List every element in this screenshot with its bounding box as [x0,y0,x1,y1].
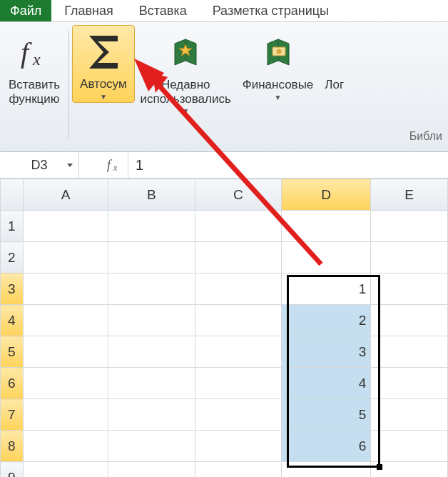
cell[interactable] [23,368,108,399]
insert-fn-label-1: Вставить [9,78,60,92]
cell[interactable] [23,242,108,273]
cell[interactable] [195,336,281,368]
dropdown-icon: ▼ [243,94,314,102]
col-header-B[interactable]: B [108,179,195,211]
cell[interactable] [23,273,108,305]
cell[interactable] [281,211,370,242]
fx-icon: f x [16,29,52,76]
logical-label: Лог [325,78,344,92]
row-header-2[interactable]: 2 [1,242,24,273]
cell[interactable] [108,462,195,478]
autosum-button[interactable]: Автосум ▼ [72,25,135,103]
row-header-7[interactable]: 7 [1,399,24,431]
recent-label-1: Недавно [141,78,231,92]
cell[interactable] [23,462,108,478]
ribbon-group-label: Библи [409,130,442,143]
cell[interactable] [371,431,448,462]
insert-function-button[interactable]: f x Вставить функцию [3,26,66,109]
cell[interactable] [195,305,281,336]
fx-icon[interactable]: f x [103,157,128,173]
cell[interactable] [195,431,281,462]
dropdown-icon: ▼ [141,107,231,116]
cell[interactable] [108,242,195,273]
tab-page-layout[interactable]: Разметка страницы [200,0,342,21]
cell[interactable] [371,211,448,242]
tab-home[interactable]: Главная [51,0,126,21]
cell[interactable] [371,273,448,305]
cell[interactable] [371,336,448,368]
cell-D8[interactable]: 6 [281,431,370,462]
cell[interactable] [108,431,195,462]
autosum-label: Автосум [80,77,127,91]
cell[interactable] [371,242,448,273]
cell[interactable] [195,399,281,431]
cell[interactable] [195,273,281,305]
book-star-icon [168,29,203,76]
cell[interactable] [23,336,108,368]
cell-D6[interactable]: 4 [281,368,370,399]
row-header-4[interactable]: 4 [1,305,24,336]
col-header-A[interactable]: A [23,179,108,211]
separator [68,31,69,139]
dropdown-icon[interactable] [66,161,74,169]
cell-D4[interactable]: 2 [281,305,370,336]
row-header-5[interactable]: 5 [1,336,24,368]
col-header-D[interactable]: D [281,179,370,211]
recently-used-button[interactable]: Недавно использовались ▼ [135,26,237,119]
name-box-value: D3 [31,158,47,173]
cell[interactable] [195,242,281,273]
ribbon: f x Вставить функцию Автосум ▼ [0,22,448,152]
row-header-8[interactable]: 8 [1,431,24,462]
formula-input[interactable]: 1 [128,152,448,178]
cell[interactable] [371,399,448,431]
col-header-C[interactable]: C [195,179,281,211]
cell-D7[interactable]: 5 [281,399,370,431]
cell[interactable] [108,305,195,336]
row-header-1[interactable]: 1 [1,211,24,242]
svg-point-4 [276,49,281,54]
svg-text:x: x [113,163,118,173]
financial-button[interactable]: Финансовые ▼ [237,26,320,104]
cell[interactable] [108,273,195,305]
col-header-E[interactable]: E [371,179,448,211]
cell[interactable] [23,399,108,431]
cell[interactable] [108,399,195,431]
cell[interactable] [281,242,370,273]
fill-handle[interactable] [377,464,382,470]
tab-insert[interactable]: Вставка [126,0,200,21]
ribbon-tabs: Файл Главная Вставка Разметка страницы [0,0,448,22]
select-all-corner[interactable] [1,179,24,211]
cell[interactable] [195,211,281,242]
svg-text:f: f [21,36,32,69]
cell[interactable] [108,211,195,242]
cell-D5[interactable]: 3 [281,336,370,368]
cell[interactable] [371,368,448,399]
name-box[interactable]: D3 [0,152,79,178]
financial-label: Финансовые [243,78,314,92]
row-header-3[interactable]: 3 [1,273,24,305]
cell[interactable] [23,211,108,242]
cell[interactable] [108,336,195,368]
dropdown-icon: ▼ [80,93,127,101]
cell[interactable] [371,305,448,336]
cell[interactable] [23,431,108,462]
sigma-icon [83,29,123,76]
cell[interactable] [108,368,195,399]
cell[interactable] [281,462,370,478]
row-header-9[interactable]: 9 [1,462,24,478]
svg-text:f: f [107,158,113,172]
formula-value: 1 [136,157,143,174]
worksheet-grid[interactable]: A B C D E 1 2 3 1 4 2 5 3 6 4 7 5 8 6 [0,179,448,477]
book-money-icon [260,29,296,76]
formula-bar-row: D3 ✕ f x 1 [0,152,448,179]
insert-fn-label-2: функцию [9,92,60,106]
tab-file[interactable]: Файл [0,0,51,21]
logical-button[interactable]: Лог [319,26,344,95]
recent-label-2: использовались [141,92,231,106]
cell[interactable] [23,305,108,336]
cell[interactable] [195,462,281,478]
svg-text:x: x [32,50,41,69]
row-header-6[interactable]: 6 [1,368,24,399]
cell[interactable] [195,368,281,399]
cell-D3[interactable]: 1 [281,273,370,305]
